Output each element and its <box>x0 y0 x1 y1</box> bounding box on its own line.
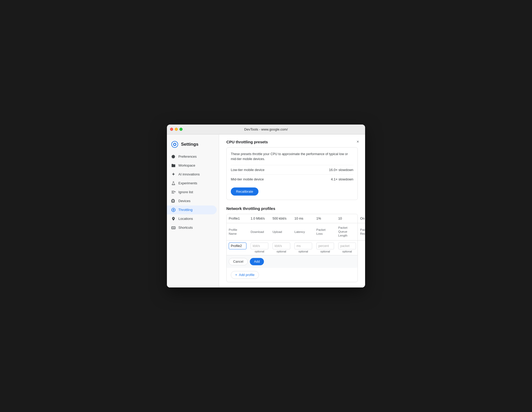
preset-low-value: 16.0× slowdown <box>329 168 353 172</box>
col-header-download: Download <box>249 223 270 240</box>
device-icon <box>171 199 176 203</box>
sidebar-label-throttling: Throttling <box>178 208 192 212</box>
col-header-packet-reorder: Packet Reordering <box>358 223 365 240</box>
download-input-wrap: optional <box>251 243 268 253</box>
close-traffic-light[interactable] <box>170 128 173 131</box>
sidebar-label-ignore-list: Ignore list <box>178 190 193 194</box>
sidebar-item-ai-innovations[interactable]: AI innovations <box>167 170 217 179</box>
upload-hint: optional <box>273 250 290 253</box>
svg-rect-12 <box>173 227 174 228</box>
svg-point-9 <box>173 209 174 210</box>
folder-icon <box>171 163 176 168</box>
sidebar-item-throttling[interactable]: Throttling <box>167 205 217 214</box>
col-header-latency: Latency <box>292 223 314 240</box>
existing-download: 1.0 Mbit/s <box>249 214 270 223</box>
svg-rect-13 <box>174 227 174 228</box>
col-header-packet-loss: Packet Loss <box>314 223 336 240</box>
sidebar-label-shortcuts: Shortcuts <box>178 226 193 229</box>
sidebar-label-ai-innovations: AI innovations <box>178 172 200 176</box>
new-loss-cell: optional <box>314 240 336 255</box>
svg-rect-16 <box>174 228 175 228</box>
latency-input-wrap: optional <box>294 243 312 253</box>
download-input[interactable] <box>251 243 268 249</box>
svg-point-2 <box>174 144 176 145</box>
new-reorder-cell <box>358 240 365 255</box>
sparkle-icon <box>171 172 176 177</box>
cancel-button[interactable]: Cancel <box>229 258 248 265</box>
upload-input[interactable] <box>273 243 290 249</box>
network-section: Network throttling profiles Profile1 1.0… <box>226 206 358 282</box>
zoom-traffic-light[interactable] <box>179 128 183 131</box>
settings-logo-icon <box>171 141 178 148</box>
form-actions: Cancel Add <box>227 255 358 268</box>
upload-input-wrap: optional <box>273 243 290 253</box>
throttling-icon <box>171 208 176 212</box>
svg-rect-10 <box>172 227 175 229</box>
loss-input[interactable] <box>316 243 334 249</box>
preset-low-label: Low-tier mobile device <box>231 168 264 172</box>
flask-icon <box>171 181 176 186</box>
table-existing-row: Profile1 1.0 Mbit/s 500 kbit/s 10 ms 1% … <box>227 214 365 223</box>
col-header-name: Profile Name <box>227 223 249 240</box>
close-button[interactable]: × <box>355 139 361 145</box>
sidebar-item-locations[interactable]: Locations <box>167 214 217 223</box>
sidebar-item-ignore-list[interactable]: Ignore list <box>167 188 217 197</box>
existing-latency: 10 ms <box>292 214 314 223</box>
traffic-lights <box>170 128 183 131</box>
col-header-packet-queue: Packet Queue Length <box>336 223 358 240</box>
queue-input-wrap: optional <box>338 243 356 253</box>
profile-name-input[interactable] <box>229 243 246 249</box>
sidebar-item-experiments[interactable]: Experiments <box>167 179 217 188</box>
minimize-traffic-light[interactable] <box>175 128 178 131</box>
add-profile-wrap: + Add profile <box>227 268 358 282</box>
loss-hint: optional <box>316 250 334 253</box>
existing-packet-loss: 1% <box>314 214 336 223</box>
new-latency-cell: optional <box>292 240 314 255</box>
existing-packet-reorder: On <box>358 214 365 223</box>
existing-packet-queue: 10 <box>336 214 358 223</box>
latency-input[interactable] <box>294 243 312 249</box>
sidebar-label-experiments: Experiments <box>178 181 197 185</box>
keyboard-icon <box>171 225 176 230</box>
preset-mid-label: Mid-tier mobile device <box>231 177 264 181</box>
sidebar-item-devices[interactable]: Devices <box>167 197 217 205</box>
window-title: DevTools - www.google.com/ <box>244 127 288 131</box>
add-profile-button[interactable]: + Add profile <box>231 271 259 279</box>
preset-row-low: Low-tier mobile device 16.0× slowdown <box>231 165 353 174</box>
sidebar-label-workspace: Workspace <box>178 163 195 167</box>
reorder-checkbox-wrap <box>360 243 365 248</box>
svg-rect-5 <box>172 199 174 202</box>
location-icon <box>171 216 176 221</box>
profiles-table: Profile1 1.0 Mbit/s 500 kbit/s 10 ms 1% … <box>227 214 365 255</box>
sidebar: Settings Preferences Workspace <box>167 134 219 287</box>
devtools-window: DevTools - www.google.com/ Settings Pr <box>167 125 365 287</box>
network-profiles-box: Profile1 1.0 Mbit/s 500 kbit/s 10 ms 1% … <box>226 214 358 282</box>
queue-input[interactable] <box>338 243 356 249</box>
existing-upload: 500 kbit/s <box>270 214 292 223</box>
sidebar-item-workspace[interactable]: Workspace <box>167 161 217 170</box>
cpu-preset-box: These presets throttle your CPU to appro… <box>226 147 358 200</box>
sidebar-label-devices: Devices <box>178 199 190 203</box>
cpu-section-title: CPU throttling presets <box>226 140 358 144</box>
cpu-section: CPU throttling presets These presets thr… <box>226 140 358 200</box>
add-button[interactable]: Add <box>250 258 264 265</box>
new-queue-cell: optional <box>336 240 358 255</box>
svg-rect-11 <box>172 227 173 228</box>
add-profile-label: Add profile <box>239 273 255 277</box>
table-header-row: Profile Name Download Upload Latency Pac… <box>227 223 365 240</box>
sidebar-title: Settings <box>181 142 198 147</box>
sidebar-item-preferences[interactable]: Preferences <box>167 152 217 161</box>
recalibrate-button[interactable]: Recalibrate <box>231 187 258 196</box>
queue-hint: optional <box>338 250 356 253</box>
svg-rect-15 <box>173 228 174 228</box>
sidebar-header: Settings <box>167 139 219 152</box>
download-hint: optional <box>251 250 268 253</box>
preset-row-mid: Mid-tier mobile device 4.1× slowdown <box>231 174 353 184</box>
new-profile-row: optional optional <box>227 240 365 255</box>
cpu-description: These presets throttle your CPU to appro… <box>231 152 353 162</box>
sidebar-item-shortcuts[interactable]: Shortcuts <box>167 223 217 232</box>
preset-mid-value: 4.1× slowdown <box>331 177 353 181</box>
plus-icon: + <box>235 273 237 277</box>
main-content: × CPU throttling presets These presets t… <box>219 134 365 287</box>
network-section-title: Network throttling profiles <box>226 206 358 211</box>
